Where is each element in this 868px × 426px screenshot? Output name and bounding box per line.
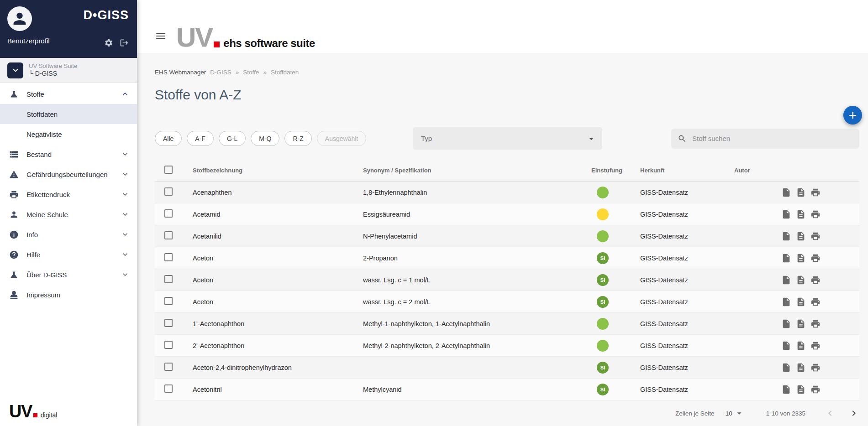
filter-chip-a-f[interactable]: A-F xyxy=(187,131,214,146)
document-icon[interactable] xyxy=(796,384,806,395)
document-icon[interactable] xyxy=(796,187,806,197)
datasheet-icon[interactable] xyxy=(781,297,791,307)
datasheet-icon[interactable] xyxy=(781,187,791,197)
next-page-button[interactable] xyxy=(848,408,859,419)
table-row[interactable]: Aceton 2-Propanon SI GISS-Datensatz xyxy=(155,247,859,269)
row-checkbox[interactable] xyxy=(164,297,173,305)
uv-logo-text: UV xyxy=(176,27,212,48)
table-row[interactable]: Aceton-2,4-dinitrophenylhydrazon SI GISS… xyxy=(155,357,859,379)
sidebar-item-impressum[interactable]: Impressum xyxy=(0,285,137,305)
row-checkbox[interactable] xyxy=(164,231,173,239)
logout-icon[interactable] xyxy=(120,38,129,47)
document-icon[interactable] xyxy=(796,297,806,307)
suite-title: UV Software Suite xyxy=(29,62,77,70)
filter-chip-m-q[interactable]: M-Q xyxy=(251,131,279,146)
row-checkbox[interactable] xyxy=(164,319,173,327)
print-icon[interactable] xyxy=(810,297,821,307)
substance-name: Acenaphthen xyxy=(184,189,359,196)
chevron-right-icon xyxy=(848,408,859,419)
sidebar-item-meine-schule[interactable]: Meine Schule xyxy=(0,204,137,224)
row-checkbox[interactable] xyxy=(164,209,173,218)
print-icon[interactable] xyxy=(810,319,821,329)
suite-selector[interactable]: UV Software Suite └ D-GISS xyxy=(0,58,137,83)
document-icon[interactable] xyxy=(796,363,806,373)
chevron-down-icon xyxy=(7,62,23,78)
datasheet-icon[interactable] xyxy=(781,275,791,285)
print-icon[interactable] xyxy=(810,187,821,197)
document-icon[interactable] xyxy=(796,319,806,329)
menu-icon[interactable] xyxy=(155,30,167,42)
datasheet-icon[interactable] xyxy=(781,363,791,373)
filter-chip-g-l[interactable]: G-L xyxy=(219,131,246,146)
main-area: UV ehs software suite EHS Webmanager D-G… xyxy=(137,0,868,426)
page-title: Stoffe von A-Z xyxy=(155,87,859,103)
add-substance-button[interactable]: + xyxy=(843,106,862,125)
sidebar-item-ueber-dgiss[interactable]: Über D-GISS xyxy=(0,265,137,285)
table-row[interactable]: Acetamid Essigsäureamid GISS-Datensatz xyxy=(155,203,859,225)
document-icon[interactable] xyxy=(796,275,806,285)
document-icon[interactable] xyxy=(796,253,806,263)
datasheet-icon[interactable] xyxy=(781,231,791,241)
print-icon[interactable] xyxy=(810,231,821,241)
substance-synonym: Methylcyanid xyxy=(359,386,588,393)
pagination: Zeilen je Seite 10 1-10 von 2335 xyxy=(155,400,859,426)
table-row[interactable]: Aceton wässr. Lsg. c = 1 mol/L SI GISS-D… xyxy=(155,269,859,291)
filter-chip-alle[interactable]: Alle xyxy=(155,131,182,146)
classification-badge xyxy=(597,340,609,352)
substance-source: GISS-Datensatz xyxy=(633,386,730,393)
sidebar-item-label: Bestand xyxy=(26,151,121,158)
rows-per-page-select[interactable]: 10 xyxy=(726,408,744,418)
print-icon[interactable] xyxy=(810,384,821,395)
print-icon[interactable] xyxy=(810,275,821,285)
row-checkbox[interactable] xyxy=(164,275,173,283)
classification-badge: SI xyxy=(597,384,609,395)
substance-table: Stoffbezeichnung Synonym / Spezifikation… xyxy=(155,160,859,400)
row-checkbox[interactable] xyxy=(164,363,173,371)
print-icon[interactable] xyxy=(810,363,821,373)
table-row[interactable]: Acetonitril Methylcyanid SI GISS-Datensa… xyxy=(155,379,859,400)
type-filter-select[interactable]: Typ xyxy=(413,127,602,150)
breadcrumb-root[interactable]: EHS Webmanager xyxy=(155,69,206,76)
document-icon[interactable] xyxy=(796,231,806,241)
substance-source: GISS-Datensatz xyxy=(633,211,730,218)
datasheet-icon[interactable] xyxy=(781,253,791,263)
sidebar-item-negativliste[interactable]: Negativliste xyxy=(0,124,137,144)
sidebar-item-etikettendruck[interactable]: Etikettendruck xyxy=(0,184,137,204)
print-icon[interactable] xyxy=(810,209,821,219)
datasheet-icon[interactable] xyxy=(781,319,791,329)
dropdown-arrow-icon xyxy=(586,133,597,144)
gear-icon[interactable] xyxy=(104,38,113,47)
print-icon[interactable] xyxy=(810,253,821,263)
stamp-icon xyxy=(9,290,19,300)
search-input[interactable] xyxy=(691,134,853,143)
sidebar-item-stoffe[interactable]: Stoffe xyxy=(0,84,137,104)
table-row[interactable]: Acenaphthen 1,8-Ethylennaphthalin GISS-D… xyxy=(155,182,859,203)
table-row[interactable]: 1'-Acetonaphthon Methyl-1-naphthylketon,… xyxy=(155,313,859,335)
row-checkbox[interactable] xyxy=(164,384,173,393)
table-row[interactable]: 2'-Acetonaphthon Methyl-2-naphthylketon,… xyxy=(155,335,859,357)
row-checkbox[interactable] xyxy=(164,187,173,196)
breadcrumb-stoffe[interactable]: Stoffe xyxy=(243,69,259,76)
user-avatar[interactable] xyxy=(7,6,32,31)
sidebar-item-stoffdaten[interactable]: Stoffdaten xyxy=(0,104,137,124)
filter-chip-r-z[interactable]: R-Z xyxy=(284,131,311,146)
document-icon[interactable] xyxy=(796,209,806,219)
row-checkbox[interactable] xyxy=(164,253,173,261)
sidebar-item-gefaehrdungsbeurteilungen[interactable]: Gefährdungsbeurteilungen xyxy=(0,164,137,184)
datasheet-icon[interactable] xyxy=(781,209,791,219)
document-icon[interactable] xyxy=(796,341,806,351)
print-icon[interactable] xyxy=(810,341,821,351)
classification-badge: SI xyxy=(597,274,609,286)
row-checkbox[interactable] xyxy=(164,341,173,349)
table-row[interactable]: Aceton wässr. Lsg. c = 2 mol/L SI GISS-D… xyxy=(155,291,859,313)
sidebar-item-hilfe[interactable]: Hilfe xyxy=(0,244,137,265)
breadcrumb-stoffdaten[interactable]: Stoffdaten xyxy=(271,69,299,76)
flask-icon xyxy=(9,270,19,280)
datasheet-icon[interactable] xyxy=(781,384,791,395)
sidebar-item-bestand[interactable]: Bestand xyxy=(0,144,137,164)
substance-source: GISS-Datensatz xyxy=(633,189,730,196)
datasheet-icon[interactable] xyxy=(781,341,791,351)
table-row[interactable]: Acetanilid N-Phenylacetamid GISS-Datensa… xyxy=(155,225,859,247)
sidebar-item-info[interactable]: Info xyxy=(0,224,137,244)
select-all-checkbox[interactable] xyxy=(164,166,173,174)
